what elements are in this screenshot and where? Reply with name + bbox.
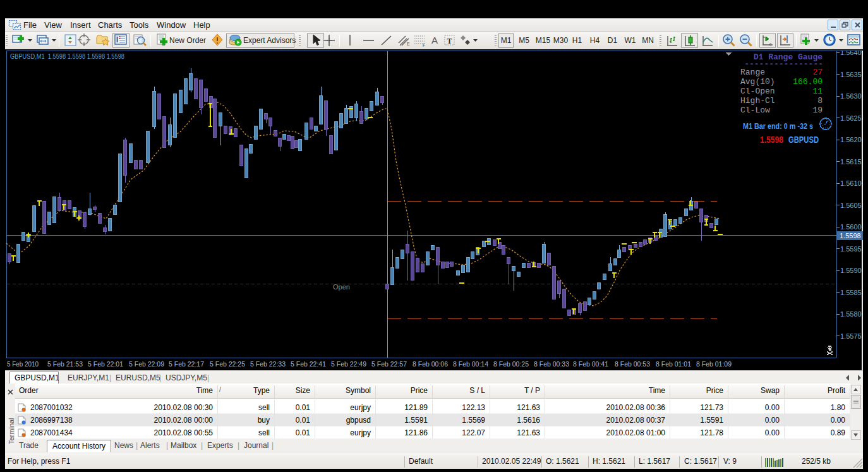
svg-text:1.5640: 1.5640 [840, 51, 862, 56]
svg-text:Avg(10): Avg(10) [740, 77, 775, 87]
svg-text:11: 11 [812, 87, 823, 96]
svg-text:Range: Range [740, 68, 765, 77]
svg-text:1.5580: 1.5580 [840, 310, 862, 318]
svg-text:1.5630: 1.5630 [840, 92, 862, 100]
svg-text:A: A [431, 35, 438, 45]
svg-text:8 Feb 00:25: 8 Feb 00:25 [493, 360, 529, 368]
svg-text:1.5595: 1.5595 [840, 245, 862, 253]
svg-text:1.5610: 1.5610 [840, 179, 862, 187]
svg-text:5 Feb 22:41: 5 Feb 22:41 [291, 360, 326, 368]
svg-text:5 Feb 2010: 5 Feb 2010 [7, 360, 39, 368]
svg-text:1.5590: 1.5590 [840, 267, 862, 274]
svg-text:5 Feb 21:53: 5 Feb 21:53 [47, 360, 83, 368]
svg-text:8 Feb 00:41: 8 Feb 00:41 [573, 360, 608, 368]
svg-text:27: 27 [812, 68, 823, 77]
svg-text:M1 Bar end: 0 m -32 s: M1 Bar end: 0 m -32 s [743, 121, 813, 131]
svg-text:1.5585: 1.5585 [840, 289, 862, 296]
svg-text:1.5635: 1.5635 [840, 71, 862, 78]
svg-text:1.5575: 1.5575 [840, 332, 862, 340]
svg-text:1.5615: 1.5615 [840, 158, 862, 166]
svg-text:8 Feb 00:14: 8 Feb 00:14 [453, 360, 488, 368]
svg-text:GBPUSD: GBPUSD [788, 135, 819, 145]
svg-text:Cl-Low: Cl-Low [740, 106, 770, 115]
svg-text:F: F [423, 43, 425, 47]
svg-text:GBPUSD,M1 1.5598 1.5598 1.559: GBPUSD,M1 1.5598 1.5598 1.5598 1.5598 [10, 52, 124, 60]
svg-text:8 Feb 01:01: 8 Feb 01:01 [656, 360, 691, 368]
svg-text:1.5620: 1.5620 [840, 136, 862, 143]
svg-text:5 Feb 22:01: 5 Feb 22:01 [88, 360, 123, 368]
svg-text:1.5600: 1.5600 [840, 223, 862, 231]
svg-text:5 Feb 22:33: 5 Feb 22:33 [250, 360, 286, 368]
svg-text:E: E [407, 42, 410, 46]
svg-text:1.5598: 1.5598 [760, 135, 783, 145]
svg-text:1.5625: 1.5625 [840, 114, 862, 122]
svg-text:5 Feb 22:17: 5 Feb 22:17 [169, 360, 204, 368]
svg-text:8 Feb 00:06: 8 Feb 00:06 [413, 360, 448, 368]
svg-text:1.5598: 1.5598 [840, 232, 861, 239]
svg-text:8 Feb 00:33: 8 Feb 00:33 [534, 360, 569, 368]
svg-text:T: T [447, 37, 452, 45]
svg-text:166.00: 166.00 [793, 77, 823, 87]
svg-text:1.5605: 1.5605 [840, 202, 862, 209]
svg-text:High-Cl: High-Cl [740, 96, 775, 106]
svg-text:5 Feb 22:25: 5 Feb 22:25 [210, 360, 245, 368]
svg-text:8 Feb 01:09: 8 Feb 01:09 [696, 360, 732, 368]
svg-text:Cl-Open: Cl-Open [740, 87, 775, 96]
svg-text:5 Feb 22:49: 5 Feb 22:49 [331, 360, 366, 368]
svg-text:8 Feb 00:53: 8 Feb 00:53 [615, 360, 650, 368]
svg-text:5 Feb 22:09: 5 Feb 22:09 [129, 360, 164, 368]
svg-text:8: 8 [817, 96, 823, 106]
svg-text:5 Feb 22:57: 5 Feb 22:57 [371, 360, 407, 368]
svg-text:19: 19 [812, 106, 823, 115]
svg-text:Open: Open [333, 283, 350, 291]
